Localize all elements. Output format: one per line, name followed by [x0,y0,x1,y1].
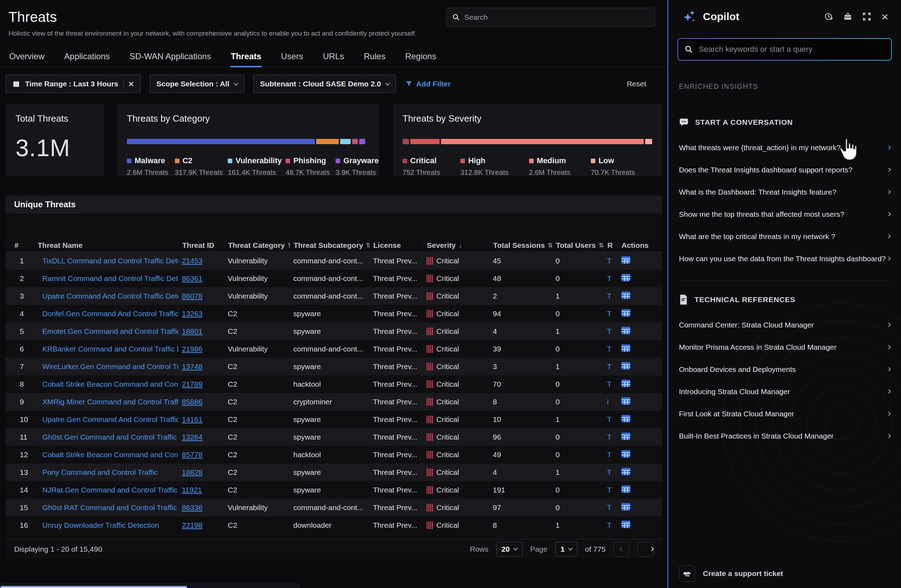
table-row[interactable]: 16 Unruy Downloader Traffic Detection 22… [6,516,662,534]
conversation-item[interactable]: Does the Threat Insights dashboard suppo… [679,159,890,181]
table-grid-icon[interactable] [621,468,631,476]
tab[interactable]: Threats [230,48,262,67]
table-row[interactable]: 2 Ramnit Command and Control Traffic Det… [6,270,662,287]
threat-id-link[interactable]: 18828 [182,468,202,476]
bar-segment[interactable] [410,139,440,144]
conversation-item[interactable]: Show me the top threats that affected mo… [679,203,890,225]
threat-name-link[interactable]: TixDLL Command and Control Traffic Detec [42,257,178,265]
threat-id-link[interactable]: 86336 [182,504,202,512]
sort-icon[interactable]: ⇅ [599,242,603,249]
report-link[interactable]: T [607,292,612,300]
threat-id-link[interactable]: 13263 [182,309,202,318]
column-header[interactable]: # [6,239,34,252]
column-header[interactable]: Total Sessions ⇅ [489,239,552,252]
table-grid-icon[interactable] [621,432,631,440]
threat-id-link[interactable]: 13264 [182,433,202,441]
tab[interactable]: Applications [64,48,110,67]
time-range-filter[interactable]: Time Range : Last 3 Hours × [6,75,141,93]
table-row[interactable]: 11 Gh0st.Gen Command and Control Traffic… [6,428,662,446]
expand-icon[interactable] [862,12,871,21]
sort-icon[interactable]: ⇅ [366,242,369,249]
column-header[interactable]: Severity ↓ [423,239,489,252]
threat-id-link[interactable]: 18801 [182,327,202,335]
threat-name-link[interactable]: Cobalt Strike Beacon Command and Contro [42,380,178,388]
table-row[interactable]: 1 TixDLL Command and Control Traffic Det… [6,252,662,270]
threat-name-link[interactable]: WireLurker.Gen Command and Control Trai [42,362,178,371]
bar-segment[interactable] [340,139,351,144]
reference-item[interactable]: First Look at Strata Cloud Manager [679,402,890,425]
tab[interactable]: URLs [322,48,345,67]
threat-name-link[interactable]: NJRat.Gen Command and Control Traffic [42,486,178,494]
threat-name-link[interactable]: Unruy Downloader Traffic Detection [42,521,159,529]
report-link[interactable]: T [607,433,612,441]
reference-item[interactable]: Monitor Prisma Access in Strata Cloud Ma… [679,336,890,358]
scope-selection-filter[interactable]: Scope Selection : All [150,75,244,93]
remove-filter-icon[interactable]: × [129,79,134,89]
bar-segment[interactable] [402,139,409,144]
table-row[interactable]: 7 WireLurker.Gen Command and Control Tra… [6,358,662,376]
table-grid-icon[interactable] [621,362,631,370]
conversation-item[interactable]: How can you use the data from the Threat… [679,248,890,270]
table-grid-icon[interactable] [621,397,631,405]
table-row[interactable]: 6 KRBanker Command and Control Traffic D… [6,340,662,358]
table-grid-icon[interactable] [621,485,631,493]
table-row[interactable]: 9 XMRig Miner Command and Control Traffi… [6,393,662,411]
report-link[interactable]: T [607,521,612,529]
threat-id-link[interactable]: 22198 [182,521,202,529]
report-link[interactable]: T [607,362,612,371]
bar-segment[interactable] [645,139,652,144]
column-header[interactable]: Total Users ⇅ [552,239,603,252]
briefcase-icon[interactable] [843,12,853,21]
column-header[interactable]: Threat Subcategory ⇅ [290,239,369,252]
reference-item[interactable]: Onboard Devices and Deployments [679,358,890,381]
threat-name-link[interactable]: Upatre Command And Control Traffic Dete [42,292,178,300]
sort-icon[interactable]: ⇅ [548,242,552,249]
threat-name-link[interactable]: XMRig Miner Command and Control Traffic [42,398,178,406]
tab[interactable]: Users [280,48,304,67]
table-row[interactable]: 12 Cobalt Strike Beacon Command and Cont… [6,446,662,463]
threat-id-link[interactable]: 21453 [182,257,202,265]
tab[interactable]: Overview [8,48,45,67]
threat-name-link[interactable]: Pony Command and Control Traffic [42,468,158,476]
tab[interactable]: SD-WAN Applications [129,48,212,67]
close-icon[interactable]: × [881,11,888,23]
table-grid-icon[interactable] [621,344,631,352]
report-link[interactable]: T [607,504,612,512]
table-row[interactable]: 13 Pony Command and Control Traffic 1882… [6,463,662,481]
create-support-ticket-button[interactable]: Create a support ticket [679,565,783,582]
table-grid-icon[interactable] [621,503,631,511]
report-link[interactable]: T [607,327,612,335]
table-grid-icon[interactable] [621,520,631,529]
sort-icon[interactable]: ↓ [458,242,462,250]
table-row[interactable]: 15 Gh0st RAT Command and Control Traffic… [6,499,662,516]
prev-page-button[interactable] [613,542,630,557]
table-grid-icon[interactable] [621,309,631,317]
table-grid-icon[interactable] [621,379,631,387]
report-link[interactable]: T [607,345,612,353]
copilot-search[interactable] [678,39,891,60]
threat-id-link[interactable]: 14161 [182,415,202,423]
table-row[interactable]: 3 Upatre Command And Control Traffic Det… [6,287,662,305]
threat-id-link[interactable]: 85778 [182,451,202,459]
reference-item[interactable]: Command Center: Strata Cloud Manager [679,314,890,336]
column-header[interactable]: R [603,239,617,252]
threat-name-link[interactable]: Gh0st RAT Command and Control Traffic D [42,504,178,512]
table-grid-icon[interactable] [621,326,631,335]
conversation-item[interactable]: What is the Dashboard: Threat Insights f… [679,181,890,203]
table-grid-icon[interactable] [621,415,631,423]
threat-name-link[interactable]: Ramnit Command and Control Traffic Detec [42,274,178,282]
subtenant-filter[interactable]: Subtenant : Cloud SASE Demo 2.0 [253,75,396,93]
table-grid-icon[interactable] [621,291,631,299]
report-link[interactable]: T [607,486,612,494]
horizontal-scrollbar[interactable] [1,586,187,588]
page-select[interactable]: 1 [555,542,577,557]
threat-name-link[interactable]: Emotet.Gen Command and Control Traffic [42,327,178,335]
tab[interactable]: Regions [404,48,437,67]
global-search[interactable] [446,8,655,27]
conversation-item[interactable]: What threats were {threat_action} in my … [679,136,890,159]
report-link[interactable]: T [607,415,612,423]
bar-segment[interactable] [127,139,315,144]
threat-id-link[interactable]: 11921 [182,486,202,494]
column-header[interactable]: Threat ID [178,239,224,252]
threat-id-link[interactable]: 86078 [182,292,202,300]
